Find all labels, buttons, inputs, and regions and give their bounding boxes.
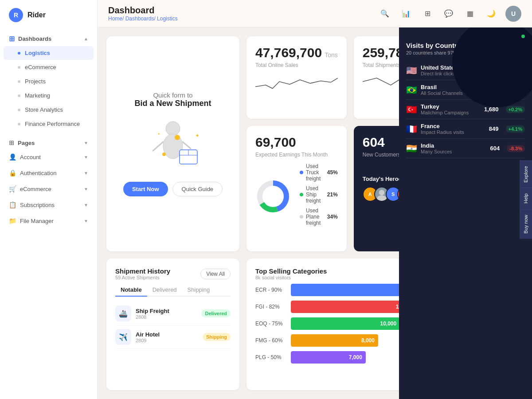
categories-bars: ECR - 90% 15,000 FGI - 82% 12,000 EOQ - … (255, 284, 399, 364)
hero-buttons: Start Now Quick Guide (123, 182, 223, 196)
shipment-view-all-button[interactable]: View All (200, 269, 231, 279)
heroes-label: Today's Heroes (363, 176, 399, 182)
hero-subtitle: Quick form to (153, 91, 192, 99)
pages-toggle[interactable]: ⊞ Pages ▼ (0, 135, 97, 149)
shipment-tabs: Notable Delivered Shipping (115, 284, 231, 297)
dashboard-item-marketing[interactable]: Marketing (4, 89, 94, 102)
donut-container: Used Truck freight 45% Used Ship freight… (255, 163, 338, 230)
tab-shipping[interactable]: Shipping (182, 284, 215, 297)
legend-item-truck: Used Truck freight 45% (300, 163, 338, 182)
sidebar-item-authentication[interactable]: 🔒 Authentication ▼ (0, 165, 97, 181)
customers-label: New Customers This Month (363, 152, 399, 158)
dashboard-item-finance[interactable]: Finance Performance (4, 117, 94, 131)
sidebar: R Rider ⊞ Dashboards ▲ Logistics eCommer… (0, 0, 98, 399)
bar-row-5: PLG - 50% 7,000 (255, 351, 399, 364)
bar-row-4: FMG - 60% 8,000 (255, 334, 399, 347)
country-info-in: India Many Sources (421, 142, 487, 154)
country-change-in: -8.3% (507, 145, 525, 152)
country-row-in: 🇮🇳 India Many Sources 604 -8.3% (406, 139, 525, 158)
ship-id-1: 2808 (136, 314, 197, 320)
ship-dot (300, 193, 303, 196)
tab-notable[interactable]: Notable (115, 284, 147, 297)
bar-label-4: FMG - 60% (255, 337, 286, 344)
user-avatar[interactable]: U (505, 6, 521, 22)
dashboards-label: Dashboards (18, 35, 51, 42)
bar-label-3: EOQ - 75% (255, 321, 286, 327)
svg-point-7 (175, 135, 180, 140)
dashboards-section: ⊞ Dashboards ▲ Logistics eCommerce Proje… (0, 30, 97, 135)
buy-now-tab[interactable]: Buy now (520, 209, 532, 239)
shipment-sub: 59 Active Shipments (115, 275, 170, 280)
chat-icon[interactable]: 💬 (442, 7, 456, 21)
categories-card: Top Selling Categories 8k social visitor… (246, 258, 399, 390)
shipments-value: 259,786 (363, 45, 399, 60)
chart-icon[interactable]: 📊 (399, 7, 413, 21)
country-name-fr: France (421, 123, 485, 129)
country-sub-tr: Mailchimp Campaigns (421, 110, 481, 115)
country-row-fr: 🇫🇷 France Impact Radius visits 849 +4.1% (406, 119, 525, 139)
svg-point-15 (379, 190, 384, 195)
shipments-chart (363, 68, 399, 95)
dashboards-toggle[interactable]: ⊞ Dashboards ▲ (0, 30, 97, 46)
legend-item-plane: Used Plane freight 34% (300, 207, 338, 226)
tab-delivered[interactable]: Delivered (147, 284, 182, 297)
active-dot (18, 52, 20, 55)
dashboard-item-logistics[interactable]: Logistics (4, 46, 94, 60)
sales-value: 47,769,700 (255, 45, 322, 60)
pages-label: Pages (18, 140, 35, 146)
flag-tr: 🇹🇷 (406, 104, 417, 115)
bar-label-2: FGI - 82% (255, 304, 286, 310)
chevron-down-icon: ▼ (84, 141, 88, 145)
svg-point-14 (265, 188, 281, 204)
bar-fill-3: 10,000 (291, 317, 399, 330)
dashboard-item-projects[interactable]: Projects (4, 74, 94, 88)
customers-card: 604 New Customers This Month Today's Her… (354, 126, 399, 252)
hero-illustration: ✦ ✦ (137, 115, 208, 168)
ship-status-1: Delivered (201, 309, 231, 317)
heroes-avatars: A S P +2 (363, 187, 399, 202)
bar-row-3: EOQ - 75% 10,000 (255, 317, 399, 330)
header-actions: 🔍 📊 ⊞ 💬 ▦ 🌙 U (378, 6, 521, 22)
app-logo[interactable]: R Rider (0, 0, 97, 30)
bar-row-2: FGI - 82% 12,000 (255, 301, 399, 313)
sales-chart (255, 68, 338, 95)
shipment-title: Shipment History (115, 267, 170, 275)
earnings-value: 69,700 (255, 135, 296, 150)
bar-bg-3: 10,000 (291, 317, 399, 330)
sidebar-item-ecommerce[interactable]: 🛒 eCommerce ▼ (0, 181, 97, 197)
dashboard-item-store-analytics[interactable]: Store Analytics (4, 103, 94, 117)
svg-point-16 (377, 195, 386, 201)
help-tab[interactable]: Help (520, 188, 532, 209)
dashboard-item-ecommerce[interactable]: eCommerce (4, 60, 94, 74)
sidebar-item-filemanager[interactable]: 📁 File Manager ▼ (0, 213, 97, 229)
plane-dot (300, 215, 303, 219)
theme-icon[interactable]: 🌙 (484, 7, 498, 21)
page-title: Dashboard (108, 5, 178, 16)
apps-icon[interactable]: ⊞ (420, 7, 434, 21)
search-icon[interactable]: 🔍 (378, 7, 392, 21)
ship-name-2: Air Hotel (136, 331, 198, 338)
breadcrumb: Home/ Dashboards/ Logistics (108, 16, 178, 22)
bar-bg-5: 7,000 (291, 351, 399, 364)
main-area: Dashboard Home/ Dashboards/ Logistics 🔍 … (98, 0, 532, 399)
ship-info-1: Ship Freight 2808 (136, 308, 197, 320)
bar-bg-4: 8,000 (291, 334, 399, 347)
flag-in: 🇮🇳 (406, 143, 417, 154)
hero-card: Quick form to Bid a New Shipment (106, 36, 239, 251)
sidebar-item-subscriptions[interactable]: 📋 Subscriptions ▼ (0, 197, 97, 213)
dot-icon (18, 109, 20, 111)
explore-tab[interactable]: Explore (520, 160, 532, 188)
svg-point-0 (166, 121, 180, 136)
quick-guide-button[interactable]: Quick Guide (172, 182, 223, 196)
chevron-icon: ▼ (84, 219, 88, 223)
total-online-sales-card: 47,769,700 Tons Total Online Sales (246, 36, 347, 119)
logo-icon: R (9, 8, 23, 22)
right-panel: Visits by Country 20 countries share 97%… (399, 27, 532, 399)
shipment-row-1: 🚢 Ship Freight 2808 Delivered (115, 302, 231, 325)
grid-icon[interactable]: ▦ (463, 7, 477, 21)
sidebar-item-account[interactable]: 👤 Account ▼ (0, 149, 97, 165)
country-name-tr: Turkey (421, 103, 481, 110)
svg-line-2 (153, 142, 163, 151)
country-name-in: India (421, 142, 487, 149)
start-now-button[interactable]: Start Now (123, 182, 168, 196)
